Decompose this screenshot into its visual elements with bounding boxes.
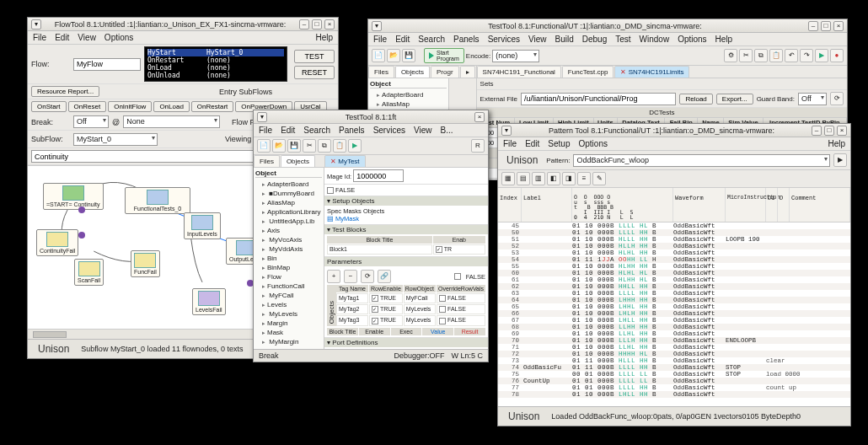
tree-item[interactable]: ■DummyBoard — [262, 189, 322, 198]
pattern-select[interactable]: OddBackFunc_wloop — [573, 154, 830, 167]
cut-icon[interactable]: ✂ — [739, 49, 753, 62]
save-icon[interactable]: 💾 — [287, 139, 301, 153]
node-funcfail[interactable]: FuncFail — [131, 250, 160, 277]
pattern-row[interactable]: 7701 01 000B LLLL HH BOddBasicWftcount u… — [498, 384, 850, 391]
menu-file[interactable]: File — [33, 33, 46, 42]
close-icon[interactable]: × — [837, 126, 847, 136]
add-icon[interactable]: + — [327, 270, 340, 283]
pattool-titlebar[interactable]: ▾ Pattern Tool 8.1:Functional/UT :1|:lia… — [498, 124, 850, 137]
pattern-row[interactable]: 76CountUp01 01 000B LLLL LL BOddBasicWft — [498, 378, 850, 384]
menu-edit[interactable]: Edit — [525, 139, 539, 148]
subflow-select[interactable]: MyStart_0 — [73, 133, 158, 146]
testtool1-titlebar[interactable]: ▾ TestTool 8.1:1ft × — [254, 110, 488, 124]
connector-dot[interactable] — [78, 232, 85, 239]
checkbox[interactable]: ✓ — [372, 306, 378, 313]
pattern-row[interactable]: 5201 10 000B HLLH HH BOddBasicWft — [498, 243, 850, 249]
tree-item[interactable]: FunctionCall — [262, 281, 322, 291]
menu-setup[interactable]: Setup — [548, 139, 570, 148]
tree-item[interactable]: MyFCall — [262, 291, 322, 300]
close-tab-icon[interactable]: ✕ — [330, 158, 336, 165]
menu-build[interactable]: Build — [555, 35, 573, 44]
maximize-icon[interactable]: □ — [821, 21, 831, 31]
tab-objects[interactable]: Objects — [395, 66, 430, 78]
cell[interactable]: MyTag3 — [336, 315, 368, 325]
pattern-row[interactable]: 6001 10 000B HLHL HL BOddBasicWft — [498, 270, 850, 276]
new-icon[interactable]: 📄 — [372, 49, 385, 62]
paste-icon[interactable]: 📋 — [333, 139, 346, 153]
menu-services[interactable]: Services — [488, 35, 520, 44]
col[interactable]: Exec — [391, 328, 422, 335]
cell[interactable]: MyLevels — [404, 315, 436, 325]
pattern-row[interactable]: 6901 10 000B LLHL HH BOddBasicWft — [498, 330, 850, 337]
menu-help[interactable]: Help — [828, 139, 845, 148]
pattern-row[interactable]: 7101 10 000B LLHL HH BOddBasicWft — [498, 344, 850, 351]
tree-item[interactable]: AliasMap — [262, 198, 322, 207]
menu-view[interactable]: View — [78, 33, 96, 42]
onload-button[interactable]: OnLoad — [153, 101, 189, 112]
tree-item[interactable]: Mask — [262, 328, 322, 337]
tab-files[interactable]: Files — [368, 66, 394, 78]
tree-item[interactable]: MyVccAxis — [262, 235, 322, 244]
pattern-row[interactable]: 74OddBasicFu01 11 000B LLLL HH BOddBasic… — [498, 364, 850, 371]
doc-tab-functest[interactable]: FuncTest.cpp — [562, 66, 614, 78]
col-comment[interactable]: Comment — [790, 188, 850, 222]
menu-panels[interactable]: Panels — [453, 35, 480, 44]
doc-tab-mytest[interactable]: ✕ MyTest — [324, 155, 366, 167]
col-blocktitle[interactable]: Block Title — [327, 236, 432, 244]
menu-options[interactable]: Options — [579, 139, 608, 148]
checkbox[interactable]: ✓ — [372, 295, 378, 302]
testtool2-titlebar[interactable]: ▾ TestTool 8.1:Functional/UT :1|:liantia… — [368, 19, 847, 33]
test-blocks-header[interactable]: ▾ Test Blocks — [324, 225, 488, 234]
link-icon[interactable]: 🔗 — [378, 270, 391, 283]
window-menu-icon[interactable]: ▾ — [31, 19, 41, 29]
cut-icon[interactable]: ✂ — [303, 139, 316, 153]
tree-item[interactable]: BinMap — [262, 263, 322, 272]
menu-file[interactable]: File — [503, 139, 517, 148]
menu-search[interactable]: Search — [418, 35, 445, 44]
open-icon[interactable]: 📂 — [387, 49, 400, 62]
tool-icon[interactable]: ▥ — [532, 172, 545, 185]
cell[interactable]: Block1 — [327, 244, 432, 255]
col[interactable]: Value — [422, 328, 453, 335]
maximize-icon[interactable]: □ — [312, 19, 322, 29]
start-program-button[interactable]: Start Program — [424, 48, 464, 63]
record-icon[interactable]: ● — [830, 49, 844, 62]
undo-icon[interactable]: ↶ — [785, 49, 798, 62]
minimize-icon[interactable]: – — [299, 19, 309, 29]
menu-file[interactable]: File — [259, 126, 272, 135]
pattern-row[interactable]: 6301 10 000B LLLL HH BOddBasicWft — [498, 290, 850, 297]
flow-name-input[interactable] — [73, 58, 141, 71]
pattern-row[interactable]: 7801 10 000B LHLL HH BOddBasicWft — [498, 391, 850, 398]
checkbox[interactable] — [327, 187, 334, 194]
checkbox[interactable] — [439, 295, 446, 302]
pattern-row[interactable]: 7001 10 000B LLLH HH BOddBasicWftENDLOOP… — [498, 337, 850, 344]
onrestart-button[interactable]: OnRestart — [191, 101, 233, 112]
tree-item[interactable]: MyVddAxis — [262, 244, 322, 254]
menu-options[interactable]: Options — [678, 35, 706, 44]
tree-item[interactable]: Bin — [262, 254, 322, 263]
new-icon[interactable]: 📄 — [257, 139, 271, 153]
tool-icon[interactable]: ▦ — [501, 172, 515, 185]
menu-help[interactable]: Help — [315, 33, 333, 42]
menu-search[interactable]: Search — [303, 126, 330, 135]
port-definitions-header[interactable]: ▾ Port Definitions — [324, 338, 488, 347]
flowtool-titlebar[interactable]: ▾ FlowTool 8.1:Untitled :1|:liantian:o_U… — [28, 18, 338, 31]
export-button[interactable]: Export... — [716, 94, 753, 105]
col-label[interactable]: Label — [522, 188, 572, 222]
cell[interactable]: MyTag1 — [336, 293, 368, 303]
onstart-button[interactable]: OnStart — [31, 101, 67, 112]
pattern-row[interactable]: 5301 10 000B HLHL HH BOddBasicWft — [498, 249, 850, 256]
play-icon[interactable]: ▶ — [833, 153, 847, 167]
tree-item[interactable]: MyMargin — [262, 337, 322, 346]
tree-item[interactable]: AliasMap — [377, 99, 447, 109]
menu-panels[interactable]: Panels — [339, 126, 365, 135]
mage-id-input[interactable] — [353, 169, 404, 182]
checkbox[interactable] — [454, 273, 461, 280]
minimize-icon[interactable]: – — [808, 21, 818, 31]
tree-item[interactable]: Levels — [262, 300, 322, 309]
checkbox[interactable] — [439, 318, 446, 324]
at-select[interactable]: None — [123, 115, 220, 128]
menu-view[interactable]: View — [414, 126, 432, 135]
pattern-row[interactable]: 7500 01 000B LLLL LL BOddBasicWftSTOPloa… — [498, 371, 850, 378]
encode-select[interactable]: (none) — [492, 50, 539, 62]
